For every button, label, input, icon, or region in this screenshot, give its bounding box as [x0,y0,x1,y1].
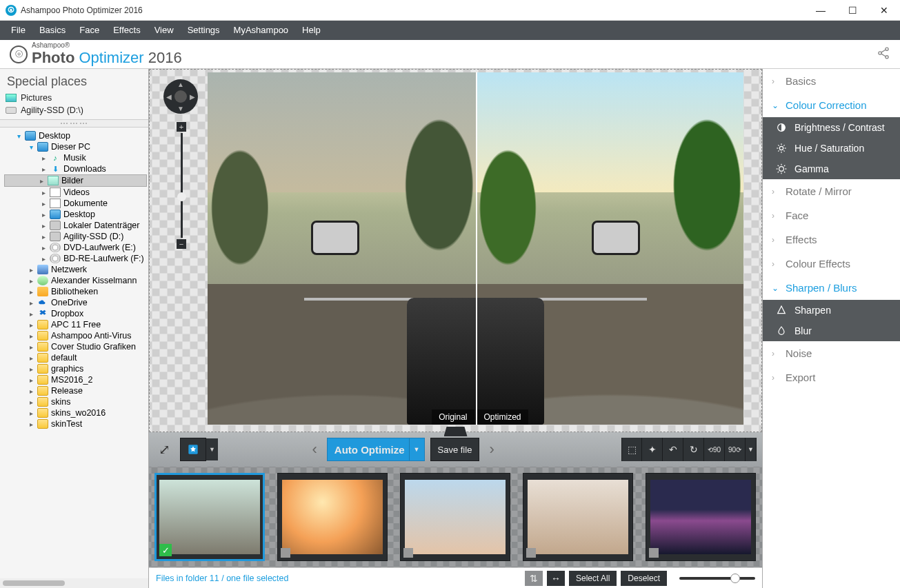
section-export[interactable]: ›Export [763,365,900,389]
zoom-out-icon[interactable]: − [177,239,186,249]
tree-node[interactable]: ▸MS2016_2 [6,374,146,385]
minimize-button[interactable]: — [805,0,837,21]
thumbnail[interactable] [277,473,388,561]
menu-help[interactable]: Help [295,21,328,40]
tree-node[interactable]: ▾Dieser PC [6,141,146,152]
expand-icon[interactable]: ▸ [40,189,47,196]
expand-icon[interactable]: ▸ [28,409,34,417]
section-noise[interactable]: ›Noise [763,341,900,365]
next-image-button[interactable]: › [485,440,498,458]
tool-sharpen[interactable]: Sharpen [763,300,900,321]
expand-icon[interactable]: ▸ [28,365,34,373]
expand-icon[interactable]: ▸ [40,255,47,263]
tree-node[interactable]: ▸Alexander Kisselmann [6,275,146,286]
tool-brightness-contrast[interactable]: Brightness / Contrast [763,117,900,138]
magic-icon[interactable]: ✦ [642,438,663,461]
expand-icon[interactable]: ▸ [28,376,34,384]
select-all-button[interactable]: Select All [569,571,617,586]
menu-myashampoo[interactable]: MyAshampoo [227,21,295,40]
fit-button[interactable]: ↔ [547,571,565,586]
menu-file[interactable]: File [4,21,32,40]
zoom-slider[interactable]: + − [177,122,186,249]
section-effects[interactable]: ›Effects [763,227,900,252]
expand-icon[interactable]: ▸ [28,299,34,307]
redo-icon[interactable]: ↻ [683,438,704,461]
menu-view[interactable]: View [148,21,181,40]
rotate-left-icon[interactable]: ⟲90 [704,438,725,461]
tree-node[interactable]: ▸⬇Downloads [6,163,146,174]
expand-icon[interactable]: ▸ [28,288,34,296]
thumb-size-slider[interactable] [679,577,755,580]
collapse-icon[interactable]: ▾ [15,132,22,140]
thumbnail[interactable]: ✓ [154,473,265,561]
tree-node[interactable]: ▸graphics [6,363,146,374]
tree-node[interactable]: ▸default [6,352,146,363]
tree-node[interactable]: ▾Desktop [6,130,146,141]
menu-settings[interactable]: Settings [181,21,227,40]
share-icon[interactable] [877,46,890,63]
image-viewer[interactable]: ◁▷ Original Optimized ▲▼◀▶ + − [149,69,762,432]
expand-icon[interactable]: ▸ [28,343,34,351]
section-rotate-mirror[interactable]: ›Rotate / Mirror [763,179,900,203]
tree-node[interactable]: ▸Netzwerk [6,264,146,275]
tree-node[interactable]: ▸Release [6,385,146,396]
place-item[interactable]: Agility-SSD (D:\) [6,104,143,116]
expand-icon[interactable]: ▸ [28,354,34,362]
menu-face[interactable]: Face [72,21,106,40]
expand-icon[interactable]: ▸ [28,387,34,395]
section-face[interactable]: ›Face [763,203,900,227]
tree-node[interactable]: ▸skins_wo2016 [6,407,146,418]
tool-blur[interactable]: Blur [763,321,900,341]
tree-node[interactable]: ▸Dropbox [6,308,146,319]
section-colour-correction[interactable]: ⌄Colour Correction [763,93,900,117]
expand-icon[interactable]: ▸ [28,332,34,340]
compare-slider[interactable] [476,72,477,425]
tree-node[interactable]: ▸Agility-SSD (D:) [6,231,146,242]
viewer-handle[interactable] [444,427,468,436]
expand-icon[interactable]: ▸ [28,398,34,406]
h-scrollbar[interactable] [0,578,148,588]
tree-node[interactable]: ▸APC 11 Free [6,319,146,330]
close-button[interactable]: ✕ [868,0,900,21]
tree-node[interactable]: ▸skinTest [6,418,146,429]
expand-icon[interactable]: ▸ [40,233,47,241]
expand-icon[interactable]: ▸ [28,266,34,274]
favorite-button[interactable]: ▼ [180,438,206,461]
tree-node[interactable]: ▸Ashampoo Anti-Virus [6,330,146,341]
expand-icon[interactable]: ▸ [38,177,45,185]
sort-button[interactable]: ⇅ [525,571,543,586]
tree-node[interactable]: ▸Cover Studio Grafiken [6,341,146,352]
expand-icon[interactable]: ▸ [40,222,47,230]
tree-node[interactable]: ▸OneDrive [6,297,146,308]
tool-hue-saturation[interactable]: Hue / Saturation [763,138,900,159]
favorite-dropdown[interactable]: ▼ [206,438,218,460]
menu-basics[interactable]: Basics [32,21,72,40]
filmstrip[interactable]: ✓ [149,467,762,567]
tree-node[interactable]: ▸BD-RE-Laufwerk (F:) [6,253,146,264]
zoom-in-icon[interactable]: + [177,122,186,132]
expand-icon[interactable]: ▸ [28,321,34,329]
expand-icon[interactable]: ▸ [28,420,34,428]
section-colour-effects[interactable]: ›Colour Effects [763,252,900,276]
place-item[interactable]: Pictures [6,92,143,104]
expand-icon[interactable]: ▸ [40,211,47,219]
tree-node[interactable]: ▸Lokaler Datenträger [6,220,146,231]
folder-tree[interactable]: ▾Desktop▾Dieser PC▸♪Musik▸⬇Downloads▸Bil… [0,128,148,578]
tree-node[interactable]: ▸♪Musik [6,152,146,163]
thumbnail[interactable] [400,473,510,561]
rotate-right-icon[interactable]: 90⟳ [725,438,746,461]
prev-image-button[interactable]: ‹ [308,440,321,458]
auto-optimize-button[interactable]: Auto Optimize ▼ [327,438,425,461]
maximize-button[interactable]: ☐ [837,0,868,21]
expand-icon[interactable]: ▸ [28,277,34,285]
expand-icon[interactable]: ▸ [40,244,47,252]
expand-icon[interactable]: ▸ [40,165,47,173]
expand-icon[interactable]: ▸ [28,310,34,318]
tree-node[interactable]: ▸skins [6,396,146,407]
section-sharpen-blurs[interactable]: ⌄Sharpen / Blurs [763,276,900,300]
tools-dropdown[interactable]: ▼ [746,438,757,461]
tree-node[interactable]: ▸Dokumente [6,198,146,209]
save-file-button[interactable]: Save file [430,438,480,461]
expand-icon[interactable]: ▸ [40,200,47,207]
thumbnail[interactable] [523,473,633,561]
